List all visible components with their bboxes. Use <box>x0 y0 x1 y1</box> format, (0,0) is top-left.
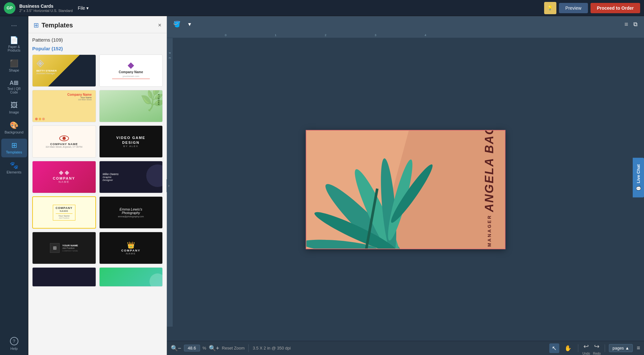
nav-help[interactable]: ? Help <box>1 334 27 354</box>
live-chat-container: 💬 Live Chat <box>633 158 644 197</box>
template-card-6[interactable]: VIDEO GAMEDESIGN BY ALEX <box>99 125 163 158</box>
preview-button[interactable]: Preview <box>559 3 588 13</box>
paint-bucket-btn[interactable]: 🪣 <box>171 19 183 29</box>
reset-zoom-button[interactable]: Reset Zoom <box>222 346 245 350</box>
business-card[interactable]: ANGELA BAGLEY PROJECT MANAGER <box>306 130 505 249</box>
panel-header: ⊞ Templates × <box>28 16 167 33</box>
nav-help-label: Help <box>10 347 18 350</box>
zoom-in-button[interactable]: 🔍+ <box>209 345 219 352</box>
redo-label: Redo <box>593 352 601 355</box>
redo-container: ↪ Redo <box>593 341 601 355</box>
app-title: Business Cards <box>19 4 73 9</box>
card-person-title: PROJECT MANAGER <box>487 214 492 249</box>
status-bar: 🔍− 48.6 % 🔍+ Reset Zoom 3.5 X 2 in @ 350… <box>167 341 644 355</box>
undo-container: ↩ Undo <box>582 341 590 355</box>
app-logo: GP <box>4 2 15 14</box>
more-icon: ··· <box>11 22 17 29</box>
template-card-5[interactable]: COMPANY NAME 324 Main Street, Anytown, C… <box>32 125 96 158</box>
template-card-4[interactable]: 🌿 ANGELA <box>99 90 163 122</box>
nav-image[interactable]: 🖼 Image <box>1 99 27 117</box>
nav-shape-label: Shape <box>9 68 19 72</box>
template-card-8[interactable]: Mike Owens Graphic Designer <box>99 161 163 193</box>
panel-body: Patterns (109) Popular (152) BETTY STEIN… <box>28 33 167 355</box>
template-card-2[interactable]: Company Name yourdomain.com <box>99 54 163 87</box>
templates-icon: ⊞ <box>11 142 17 149</box>
top-bar: GP Business Cards 2" x 3.5" Horizontal U… <box>0 0 644 16</box>
paper-products-icon: 📄 <box>10 37 18 44</box>
template-card-1[interactable]: BETTY STEINER Assistant Manager <box>32 54 96 87</box>
live-chat-button[interactable]: 💬 Live Chat <box>633 158 644 197</box>
layers-btn[interactable]: ⧉ <box>631 20 640 29</box>
app-subtitle: 2" x 3.5" Horizontal U.S. Standard <box>19 9 73 13</box>
nav-image-label: Image <box>9 110 19 114</box>
template-card-13[interactable] <box>32 267 96 287</box>
pages-button[interactable]: pages ▲ <box>609 344 633 352</box>
undo-button[interactable]: ↩ <box>582 341 590 351</box>
templates-panel-icon: ⊞ <box>34 21 39 29</box>
background-icon: 🎨 <box>10 122 18 129</box>
pan-tool-button[interactable]: ✋ <box>562 343 574 353</box>
live-chat-label: Live Chat <box>636 164 641 183</box>
popular-label: Popular (152) <box>32 46 163 51</box>
template-card-7[interactable]: COMPANY NAME <box>32 161 96 193</box>
select-tool-button[interactable]: ↖ <box>549 343 559 353</box>
template-2-diamond <box>128 63 134 69</box>
main-layout: ··· 📄 Paper & Products ⬛ Shape A⊞ Text |… <box>0 16 644 355</box>
templates-grid: BETTY STEINER Assistant Manager Company … <box>32 54 163 287</box>
file-menu[interactable]: File ▾ <box>78 5 89 11</box>
zoom-value[interactable]: 48.6 <box>184 345 200 351</box>
template-card-9[interactable]: COMPANY NAME Your Name Job Position <box>32 196 96 229</box>
zoom-out-button[interactable]: 🔍− <box>171 345 181 352</box>
nav-paper-products[interactable]: 📄 Paper & Products <box>1 34 27 55</box>
nav-more[interactable]: ··· <box>1 19 27 32</box>
ruler-horizontal: 0 1 2 3 4 <box>167 32 644 38</box>
card-person-name: ANGELA BAGLEY <box>484 130 495 212</box>
file-menu-chevron: ▾ <box>86 5 89 11</box>
canvas-dimensions: 3.5 X 2 in @ 350 dpi <box>253 346 291 350</box>
shape-icon: ⬛ <box>10 60 18 67</box>
elements-icon: 🐾 <box>10 162 18 169</box>
help-icon: ? <box>10 337 18 345</box>
template-card-12[interactable]: 👑 COMPANY NAME <box>99 232 163 264</box>
template-1-logo <box>36 60 44 67</box>
patterns-label[interactable]: Patterns (109) <box>32 36 163 43</box>
redo-button[interactable]: ↪ <box>593 341 601 351</box>
status-divider-3 <box>605 344 605 352</box>
zoom-percent: % <box>203 346 207 350</box>
undo-label: Undo <box>582 352 590 355</box>
nav-templates[interactable]: ⊞ Templates <box>1 139 27 157</box>
left-nav: ··· 📄 Paper & Products ⬛ Shape A⊞ Text |… <box>0 16 28 355</box>
card-palm-leaf <box>306 130 461 249</box>
card-text-container: ANGELA BAGLEY PROJECT MANAGER <box>484 130 495 249</box>
template-card-10[interactable]: Emma Lewis's Photography emma@photograph… <box>99 196 163 229</box>
nav-elements[interactable]: 🐾 Elements <box>1 159 27 177</box>
chat-bubble-icon: 💬 <box>636 186 641 191</box>
panel-collapse-arrow[interactable]: › <box>167 179 171 192</box>
nav-shape[interactable]: ⬛ Shape <box>1 57 27 75</box>
pages-chevron: ▲ <box>625 346 630 350</box>
image-icon: 🖼 <box>11 102 18 109</box>
proceed-to-order-button[interactable]: Proceed to Order <box>591 3 640 13</box>
template-card-3[interactable]: Company Name Your Name 123 Main Street <box>32 90 96 122</box>
light-bulb-button[interactable]: 💡 <box>544 2 556 14</box>
templates-panel: ⊞ Templates × Patterns (109) Popular (15… <box>28 16 167 355</box>
nav-elements-label: Elements <box>7 170 22 174</box>
status-divider-1 <box>248 344 249 352</box>
template-card-14[interactable] <box>99 267 163 287</box>
nav-templates-label: Templates <box>6 150 22 154</box>
panel-close-button[interactable]: × <box>158 22 161 29</box>
nav-background[interactable]: 🎨 Background <box>1 119 27 137</box>
panel-title: Templates <box>42 22 158 29</box>
nav-text-qr-label: Text | QR Code <box>7 87 21 94</box>
template-card-11[interactable]: ⊞ YOUR NAME Job Position COMPANY NAME <box>32 232 96 264</box>
canvas-workspace[interactable]: 3 4 <box>167 38 644 341</box>
svg-marker-1 <box>38 62 42 65</box>
status-list-button[interactable]: ≡ <box>637 345 640 351</box>
app-info: Business Cards 2" x 3.5" Horizontal U.S.… <box>19 4 73 13</box>
status-divider-2 <box>578 344 578 352</box>
toolbar-dropdown-btn[interactable]: ▾ <box>186 19 194 29</box>
hamburger-menu-btn[interactable]: ≡ <box>624 20 628 29</box>
text-qr-icon: A⊞ <box>10 80 19 86</box>
nav-paper-products-label: Paper & Products <box>8 45 20 52</box>
nav-text-qr[interactable]: A⊞ Text | QR Code <box>1 77 27 97</box>
